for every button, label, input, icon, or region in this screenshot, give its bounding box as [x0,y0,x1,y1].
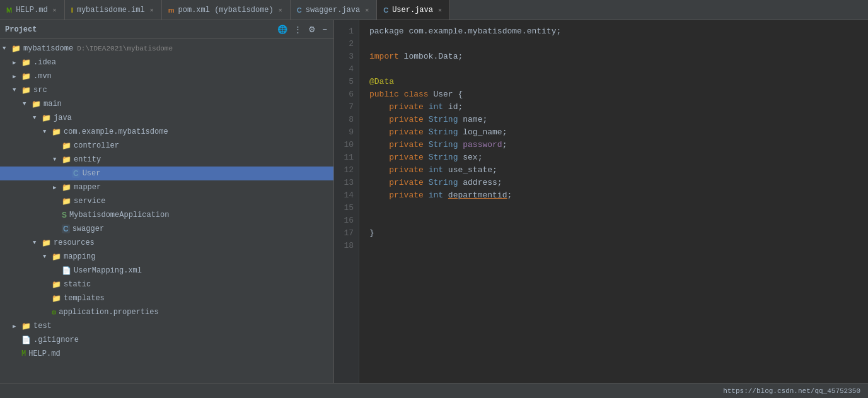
code-line-14: private int departmentid; [369,189,858,202]
tree-label-mybatisdome-app: MybatisdomeApplication [69,211,169,219]
code-line-3: import lombok.Data; [369,50,858,63]
tab-close-pom-xml[interactable]: ✕ [277,6,284,15]
tab-icon-mybatisdome-iml: I [71,6,73,14]
line-number-4: 4 [339,63,354,76]
tree-item-gitignore[interactable]: 📄.gitignore [0,333,333,347]
tree-label-mybatisdome-root: mybatisdome [23,44,73,53]
tree-item-com-example[interactable]: ▼📁com.example.mybatisdome [0,125,333,139]
tree-icon-mvn: 📁 [21,72,31,81]
tree-item-help-md-tree[interactable]: MHELP.md [0,347,333,361]
tree-item-mapping[interactable]: ▼📁mapping [0,250,333,264]
editor: 123456789101112131415161718 package com.… [334,20,868,383]
sidebar-globe-button[interactable]: 🌐 [276,23,289,35]
tree-arrow-mvn: ▶ [13,73,21,80]
tree-item-templates[interactable]: 📁templates [0,291,333,305]
tab-label-help-md: HELP.md [16,6,47,15]
tree-label-java: java [54,114,72,122]
sidebar-tree: ▼📁mybatisdomeD:\IDEA2021\mybatisdome▶📁.i… [0,39,333,383]
code-line-10: private String password; [369,139,858,151]
sidebar-collapse-button[interactable]: ⋮ [292,23,303,35]
tree-item-usermapping-xml[interactable]: 📄UserMapping.xml [0,264,333,278]
tree-label-mapping: mapping [64,252,95,261]
line-number-7: 7 [339,101,354,114]
sidebar-header: Project 🌐 ⋮ ⚙ − [0,20,333,39]
tree-icon-templates: 📁 [52,294,61,303]
line-number-8: 8 [339,114,354,126]
tree-label-entity: entity [74,155,101,164]
tree-item-controller[interactable]: 📁controller [0,139,333,153]
line-number-10: 10 [339,139,354,151]
tree-item-service[interactable]: 📁service [0,194,333,208]
line-number-13: 13 [339,177,354,189]
code-line-18 [369,240,858,252]
sidebar-gear-button[interactable]: ⚙ [307,23,317,35]
tree-icon-user: C [72,169,80,178]
line-number-16: 16 [339,214,354,227]
tree-arrow-mybatisdome-root: ▼ [3,45,11,52]
tree-label-static: static [64,280,91,289]
tree-item-test[interactable]: ▶📁test [0,319,333,333]
code-line-4 [369,63,858,76]
tab-label-mybatisdome-iml: mybatisdome.iml [77,6,145,15]
tab-user-java[interactable]: CUser.java✕ [377,0,450,20]
tree-item-resources[interactable]: ▼📁resources [0,236,333,250]
tree-icon-com-example: 📁 [52,127,61,137]
tab-close-swagger-java[interactable]: ✕ [364,6,370,15]
tree-arrow-mapping: ▼ [43,254,52,260]
status-url: https://blog.csdn.net/qq_45752350 [723,387,860,395]
tree-item-main[interactable]: ▼📁main [0,97,333,111]
tree-item-src[interactable]: ▼📁src [0,83,333,97]
tree-icon-help-md-tree: M [21,349,26,358]
tab-pom-xml[interactable]: mpom.xml (mybatisdome)✕ [162,0,291,20]
tree-icon-idea: 📁 [21,58,31,67]
tree-item-mybatisdome-app[interactable]: SMybatisdomeApplication [0,208,333,222]
tree-item-mybatisdome-root[interactable]: ▼📁mybatisdomeD:\IDEA2021\mybatisdome [0,42,333,56]
tree-icon-java: 📁 [42,114,51,123]
tree-item-idea[interactable]: ▶📁.idea [0,56,333,69]
line-number-9: 9 [339,126,354,139]
line-number-11: 11 [339,151,354,164]
code-line-15 [369,202,858,214]
line-number-3: 3 [339,50,354,63]
tab-icon-pom-xml: m [168,6,175,14]
tree-icon-main: 📁 [32,100,41,109]
line-number-12: 12 [339,164,354,177]
tree-item-user[interactable]: CUser [0,167,333,180]
tree-item-java[interactable]: ▼📁java [0,111,333,125]
tab-help-md[interactable]: MHELP.md✕ [0,0,65,20]
code-line-16 [369,214,858,227]
tree-item-mvn[interactable]: ▶📁.mvn [0,69,333,83]
tree-label-src: src [33,86,47,95]
tree-icon-swagger-class: C [62,225,70,233]
tab-swagger-java[interactable]: Cswagger.java✕ [291,0,377,20]
tree-icon-test: 📁 [21,322,31,331]
tree-label-test: test [33,322,52,331]
line-number-6: 6 [339,88,354,101]
tab-label-user-java: User.java [392,6,433,15]
tree-item-mapper[interactable]: ▶📁mapper [0,180,333,194]
code-line-1: package com.example.mybatisdome.entity; [369,25,858,38]
code-line-13: private String address; [369,177,858,189]
code-area[interactable]: package com.example.mybatisdome.entity; … [359,20,868,383]
tree-item-static[interactable]: 📁static [0,278,333,291]
tree-arrow-main: ▼ [23,101,32,107]
tree-item-application-props[interactable]: ⚙application.properties [0,305,333,319]
tree-label-idea: .idea [33,58,56,67]
tree-arrow-idea: ▶ [13,59,21,66]
tab-close-mybatisdome-iml[interactable]: ✕ [149,6,155,15]
tree-label-resources: resources [54,238,95,247]
tab-close-help-md[interactable]: ✕ [52,6,58,15]
tab-mybatisdome-iml[interactable]: Imybatisdome.iml✕ [65,0,162,20]
tree-arrow-src: ▼ [13,87,21,93]
sidebar-minimize-button[interactable]: − [321,23,328,35]
line-number-18: 18 [339,240,354,252]
tree-icon-controller: 📁 [62,141,71,151]
tree-item-entity[interactable]: ▼📁entity [0,153,333,167]
tab-icon-user-java: C [383,6,388,14]
tree-item-swagger-class[interactable]: Cswagger [0,222,333,236]
tab-bar: MHELP.md✕Imybatisdome.iml✕mpom.xml (myba… [0,0,868,20]
tab-close-user-java[interactable]: ✕ [437,6,443,15]
tab-icon-swagger-java: C [297,6,302,14]
line-number-2: 2 [339,38,354,50]
line-number-5: 5 [339,76,354,88]
